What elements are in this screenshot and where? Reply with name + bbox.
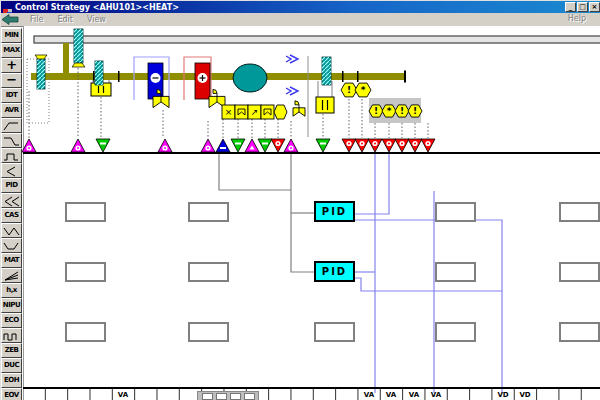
temperature-sensor[interactable] [322,57,331,85]
function-block-slot[interactable] [65,262,106,282]
function-block-slot[interactable] [188,262,229,282]
pid-controller-block[interactable]: PID [314,261,355,282]
svg-text:!: ! [400,106,404,116]
function-block-slot[interactable] [188,322,229,342]
sequence-block[interactable]: ↗ [248,105,261,119]
function-block-slot[interactable] [435,202,476,222]
svg-text:×: × [225,107,233,117]
sequence-block[interactable]: × [222,105,235,119]
svg-text:*: * [387,106,392,116]
supply-fan[interactable] [233,64,267,92]
function-block-slot[interactable] [559,322,600,342]
io-mini-cell[interactable] [244,393,255,400]
svg-text:*: * [361,85,366,95]
temperature-sensor[interactable] [35,55,47,89]
io-channel-label: VA [386,391,396,399]
function-block-slot[interactable] [188,202,229,222]
supply-duct [34,36,600,43]
function-block-slot[interactable] [559,202,600,222]
sensor-hex-block[interactable]: ! [369,105,383,117]
svg-text:!: ! [374,106,378,116]
temperature-sensor[interactable] [72,29,85,67]
io-channel-label: VA [118,391,128,399]
svg-text:↗: ↗ [251,107,259,117]
io-channel-label: VD [497,391,508,399]
damper-actuator[interactable] [316,97,334,113]
sequence-block[interactable] [261,105,274,119]
control-strategy-window: Control Strategy <AHU101><HEAT> _ □ × Fi… [0,0,600,400]
io-channel-label: VA [364,391,374,399]
heating-coil[interactable] [195,63,210,99]
function-block-slot[interactable] [65,202,106,222]
main-duct [31,73,404,80]
io-channel-label: VA [431,391,441,399]
sensor-hex-block[interactable]: ! [408,105,422,117]
sequence-block[interactable] [274,105,287,119]
function-block-slot[interactable] [435,262,476,282]
io-mini-cell[interactable] [216,393,227,400]
svg-text:!: ! [347,85,351,95]
sensor-hex-block[interactable]: ! [395,105,409,117]
io-channel-label: VD [519,391,530,399]
sensor-hex-block[interactable]: * [382,105,396,117]
function-block-slot[interactable] [559,262,600,282]
sensor-hex-block[interactable]: * [355,83,371,97]
io-mini-cell[interactable] [202,393,213,400]
io-mini-panel[interactable] [197,391,259,400]
function-block-slot[interactable] [435,322,476,342]
pid-controller-block[interactable]: PID [314,201,355,222]
function-block-slot[interactable] [314,322,355,342]
temperature-sensor[interactable] [95,61,103,85]
io-channel-label: VA [409,391,419,399]
sequence-block[interactable] [235,105,248,119]
svg-text:!: ! [413,106,417,116]
function-block-slot[interactable] [65,322,106,342]
io-mini-cell[interactable] [230,393,241,400]
